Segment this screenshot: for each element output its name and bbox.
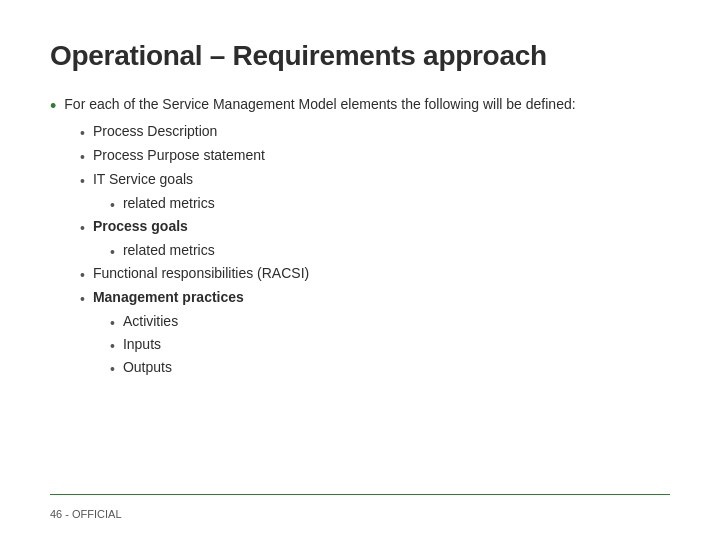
intro-item: • For each of the Service Management Mod… bbox=[50, 94, 670, 119]
item-label: related metrics bbox=[123, 195, 215, 211]
list-item: • Outputs bbox=[110, 359, 670, 380]
bullet-icon: • bbox=[80, 147, 85, 168]
bullet-icon: • bbox=[110, 359, 115, 380]
list-item: • Inputs bbox=[110, 336, 670, 357]
bullet-icon: • bbox=[80, 123, 85, 144]
bullet-icon: • bbox=[110, 242, 115, 263]
list-item: • IT Service goals bbox=[80, 171, 670, 192]
footer-divider bbox=[50, 494, 670, 495]
list-item: • related metrics bbox=[110, 242, 670, 263]
bullet-icon: • bbox=[80, 218, 85, 239]
item-label: Process goals bbox=[93, 218, 188, 234]
intro-text: For each of the Service Management Model… bbox=[64, 94, 575, 115]
item-label: Outputs bbox=[123, 359, 172, 375]
slide-title: Operational – Requirements approach bbox=[50, 40, 670, 72]
item-label: Process Description bbox=[93, 123, 218, 139]
list-item: • Activities bbox=[110, 313, 670, 334]
list-item: • related metrics bbox=[110, 195, 670, 216]
bullet-icon: • bbox=[110, 313, 115, 334]
item-label: IT Service goals bbox=[93, 171, 193, 187]
footer-page-number: 46 - OFFICIAL bbox=[50, 508, 122, 520]
item-label: Management practices bbox=[93, 289, 244, 305]
slide: Operational – Requirements approach • Fo… bbox=[0, 0, 720, 540]
item-label: Activities bbox=[123, 313, 178, 329]
list-item: • Process Description bbox=[80, 123, 670, 144]
slide-content: • For each of the Service Management Mod… bbox=[50, 94, 670, 510]
bullet-icon: • bbox=[80, 289, 85, 310]
item-label: Process Purpose statement bbox=[93, 147, 265, 163]
bullet-icon: • bbox=[80, 171, 85, 192]
list-item: • Process Purpose statement bbox=[80, 147, 670, 168]
bullet-icon: • bbox=[110, 336, 115, 357]
bullet-icon: • bbox=[80, 265, 85, 286]
item-label: Inputs bbox=[123, 336, 161, 352]
bullet-icon: • bbox=[110, 195, 115, 216]
item-label: related metrics bbox=[123, 242, 215, 258]
item-label: Functional responsibilities (RACSI) bbox=[93, 265, 309, 281]
list-item: • Process goals bbox=[80, 218, 670, 239]
list-item: • Functional responsibilities (RACSI) bbox=[80, 265, 670, 286]
list-item: • Management practices bbox=[80, 289, 670, 310]
intro-bullet: • bbox=[50, 94, 56, 119]
